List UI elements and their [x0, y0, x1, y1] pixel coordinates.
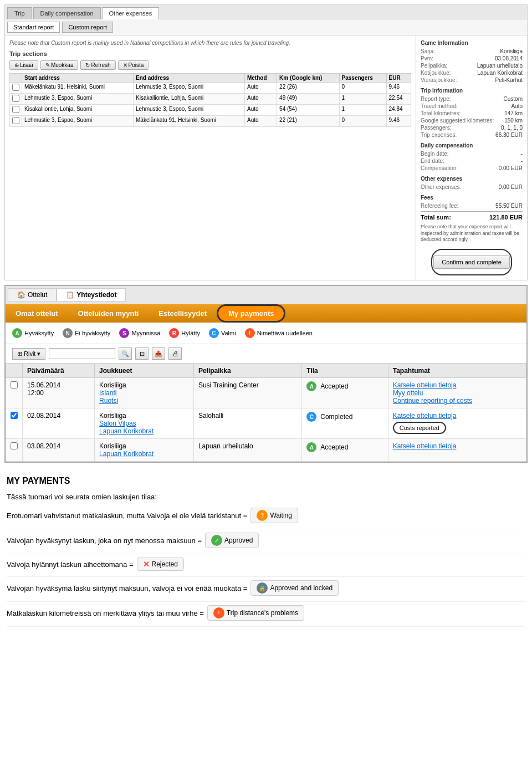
sub-tab-standart[interactable]: Standart report — [7, 22, 60, 33]
info-label: Pelipaikka: — [421, 63, 477, 69]
row-checkbox[interactable] — [6, 378, 23, 408]
pill-label: Approved — [224, 536, 253, 544]
row-end: Mäkelänkatu 91, Helsinki, Suomi — [133, 116, 244, 127]
pcol-date: Päivämäärä — [23, 364, 95, 378]
row-passengers: 0 — [339, 116, 386, 127]
info-value: Korisliiga — [500, 48, 523, 54]
row-km: 22 (21) — [277, 116, 339, 127]
info-value: Lapuan urheilutalo — [477, 63, 523, 69]
total-value: 121.80 EUR — [489, 214, 523, 221]
row-checkbox[interactable] — [10, 116, 22, 127]
action-link[interactable]: Katsele ottelun tietoja — [393, 381, 521, 389]
nav-yhteystiedot[interactable]: 📋 Yhteystiedot — [57, 288, 126, 301]
costs-reported-btn[interactable]: Costs reported — [393, 422, 446, 434]
other-expenses-title: Other expenses — [421, 176, 523, 182]
info-value: 150 km — [504, 117, 523, 124]
nav-ottelut[interactable]: 🏠 Ottelut — [8, 288, 57, 301]
info-label: Vierasjoukkue: — [421, 77, 495, 83]
nav-my-payments[interactable]: My payments — [217, 304, 285, 323]
row-end: Kisakalliontie, Lohja, Suomi — [133, 94, 244, 105]
info-label: Refereeing fee: — [421, 203, 495, 209]
col-start: Start address — [22, 74, 134, 83]
col-end: End address — [133, 74, 244, 83]
intro-paragraph: Tässä tuomari voi seurata omien laskujen… — [7, 493, 525, 501]
status-pill: ✕ Rejected — [137, 558, 184, 571]
info-value: Lapuan Korikobrat — [477, 70, 523, 76]
col-km: Km (Google km) — [277, 74, 339, 83]
print-button[interactable]: 🖨 — [168, 347, 182, 360]
text-row-text: Valvojan hyväksymä lasku siirtynyt maksu… — [7, 584, 247, 592]
team-link[interactable]: Lapuan Korikobrat — [99, 450, 189, 458]
row-checkbox[interactable] — [10, 105, 22, 116]
action-link[interactable]: Katsele ottelun tietoja — [393, 412, 521, 420]
payment-row: 02.08.2014 KorisliigaSalon VilpasLapuan … — [6, 408, 526, 439]
info-label: Report type: — [421, 96, 504, 102]
info-row: Google suggested kilometres:150 km — [421, 117, 523, 124]
team-link[interactable]: Salon Vilpas — [99, 420, 189, 427]
search-button[interactable]: 🔍 — [119, 347, 132, 360]
team-link[interactable]: Ruotsi — [99, 397, 189, 405]
status-badge-r: R — [169, 328, 179, 338]
row-passengers: 0 — [339, 83, 386, 94]
tab-daily[interactable]: Daily compensation — [33, 7, 101, 19]
nav-esteellisyydet[interactable]: Esteellisyydet — [149, 305, 217, 322]
row-venue: Lapuan urheilutalo — [193, 439, 301, 462]
row-checkbox[interactable] — [10, 83, 22, 94]
edit-btn[interactable]: ✎ Muokkaa — [40, 60, 79, 70]
view-button[interactable]: ⊡ — [135, 347, 149, 360]
tab-trip[interactable]: Trip — [7, 7, 32, 19]
info-label: Pvm: — [421, 55, 495, 62]
info-row: Compensation:0.00 EUR — [421, 165, 523, 171]
row-checkbox[interactable] — [6, 408, 23, 439]
info-row: Sarja:Korisliiga — [421, 48, 523, 54]
info-row: Pvm:03.08.2014 — [421, 55, 523, 62]
info-value: 55.50 EUR — [495, 203, 523, 209]
info-label: Total kilometres: — [421, 110, 504, 116]
trip-toolbar: ⊕ Lisää ✎ Muokkaa ↻ Refresh ✕ Poista — [9, 60, 411, 70]
row-status: A Accepted — [302, 439, 388, 462]
action-link[interactable]: Katsele ottelun tietoja — [393, 442, 521, 450]
team-link[interactable]: Lapuan Korikobrat — [99, 427, 189, 435]
status-badge-!: ! — [245, 328, 255, 338]
add-label: Lisää — [20, 62, 33, 68]
delete-btn[interactable]: ✕ Poista — [118, 60, 149, 70]
row-method: Auto — [244, 94, 277, 105]
row-checkbox[interactable] — [10, 94, 22, 105]
pill-label: Rejected — [152, 560, 178, 568]
pill-icon: ! — [213, 607, 224, 618]
row-start: Mäkelänkatu 91, Helsinki, Suomi — [22, 83, 134, 94]
info-label: Other expenses: — [421, 184, 499, 190]
refresh-btn[interactable]: ↻ Refresh — [80, 60, 115, 70]
row-venue: Salohalli — [193, 408, 301, 439]
status-badge-n: N — [63, 328, 73, 338]
info-value: 0.00 EUR — [499, 165, 523, 171]
tab-other-expenses[interactable]: Other expenses — [102, 7, 160, 19]
payments-toolbar: ⊞ Rivit ▾ 🔍 ⊡ 📤 🖨 — [6, 344, 526, 364]
info-value: Custom — [504, 96, 523, 102]
nav-otteluiden-myynti[interactable]: Otteluiden myynti — [68, 305, 149, 322]
status-label: Hylätty — [181, 330, 200, 336]
row-method: Auto — [244, 83, 277, 94]
confirm-button[interactable]: Confirm and complete — [433, 255, 510, 269]
row-teams: KorisliigaSalon VilpasLapuan Korikobrat — [95, 408, 194, 439]
trip-sections-title: Trip sections — [9, 50, 411, 57]
sub-tab-custom[interactable]: Custom report — [62, 22, 113, 33]
nav-omat-ottelut[interactable]: Omat ottelut — [6, 305, 68, 322]
row-checkbox[interactable] — [6, 439, 23, 462]
row-status: A Accepted — [302, 378, 388, 408]
right-panel: Game Information Sarja:KorisliigaPvm:03.… — [416, 35, 527, 280]
row-km: 22 (26) — [277, 83, 339, 94]
action-link[interactable]: Myy ottelu — [393, 389, 521, 397]
team-link[interactable]: Islanti — [99, 389, 189, 397]
add-btn[interactable]: ⊕ Lisää — [9, 60, 38, 70]
total-row: Total sum: 121.80 EUR — [421, 211, 523, 221]
row-actions: Katsele ottelun tietoja — [388, 439, 526, 462]
rivit-button[interactable]: ⊞ Rivit ▾ — [12, 348, 45, 360]
text-section: MY PAYMENTS Tässä tuomari voi seurata om… — [0, 467, 532, 639]
refresh-icon: ↻ — [85, 62, 90, 68]
my-payments-title: MY PAYMENTS — [7, 476, 525, 486]
search-input[interactable] — [49, 348, 115, 359]
export-button[interactable]: 📤 — [152, 347, 165, 360]
text-row-text: Matkalaskun kilometreissä on merkittävä … — [7, 609, 204, 617]
action-link[interactable]: Continue reporting of costs — [393, 397, 521, 405]
